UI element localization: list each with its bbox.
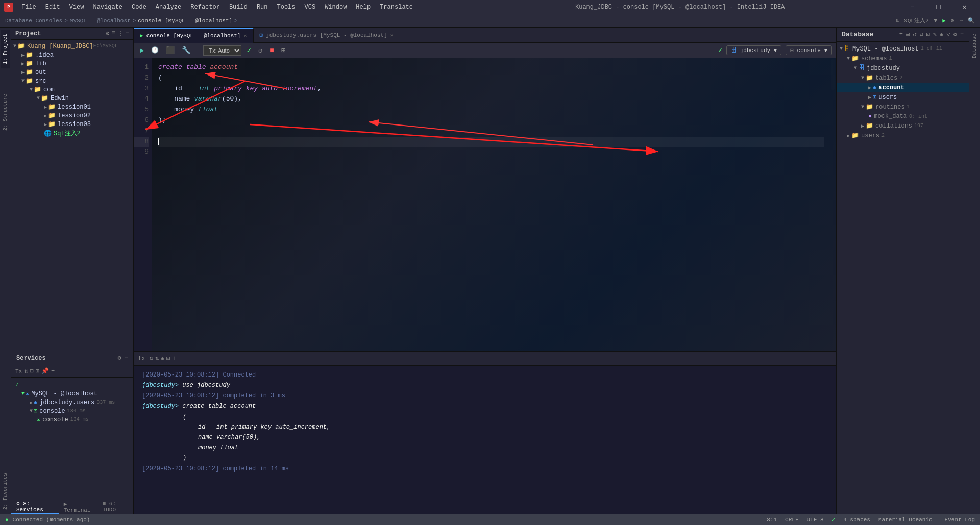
db-minimize-icon[interactable]: − (960, 31, 964, 38)
db-sync-icon[interactable]: ⇄ (919, 31, 923, 38)
svc-group-icon[interactable]: ⊞ (36, 367, 39, 375)
database-side-tab[interactable]: Database (970, 30, 979, 62)
db-item-users-toplevel[interactable]: ▶ 📁 users 2 (837, 131, 969, 140)
db-item-account[interactable]: ▶ ⊞ account (837, 83, 969, 92)
project-tab[interactable]: 1: Project (1, 30, 10, 68)
tab-users-close[interactable]: ✕ (390, 32, 394, 38)
output-content[interactable]: [2020-05-23 10:08:12] Connected jdbcstud… (134, 366, 836, 514)
table-button[interactable]: ⊞ (279, 45, 287, 56)
breadcrumb-search-icon[interactable]: 🔍 (968, 17, 975, 24)
menu-file[interactable]: File (17, 3, 40, 12)
svc-item-console-134[interactable]: ▼ ⊡ console 134 ms (11, 407, 133, 415)
breadcrumb-sync-icon[interactable]: ⇅ (895, 17, 899, 24)
tree-item-src[interactable]: ▼ 📁 src (11, 77, 133, 85)
output-grid-icon[interactable]: ⊞ (161, 355, 164, 362)
db-selector-dropdown[interactable]: ▼ (774, 47, 777, 54)
project-collapse-icon[interactable]: ≡ (112, 30, 115, 37)
db-item-server[interactable]: ▼ 🗄 MySQL - @localhost 1 of 11 (837, 44, 969, 54)
svc-pin-icon[interactable]: 📌 (41, 367, 49, 375)
tree-item-lession01[interactable]: ▶ 📁 lession01 (11, 103, 133, 111)
svc-item-console-sub[interactable]: ⊡ console 134 ms (11, 415, 133, 424)
db-table-icon[interactable]: ⊞ (940, 31, 943, 38)
tree-item-out[interactable]: ▶ 📁 out (11, 68, 133, 77)
menu-translate[interactable]: Translate (376, 3, 417, 12)
close-button[interactable]: ✕ (953, 0, 976, 14)
rollback-button[interactable]: ↺ (256, 45, 264, 56)
code-editor[interactable]: 1 2 3 4 5 6 7 8 9 create table account (… (134, 58, 836, 351)
db-item-collations[interactable]: ▶ 📁 collations 197 (837, 121, 969, 131)
run-button[interactable]: ▶ (138, 45, 146, 56)
tree-item-idea[interactable]: ▶ 📁 .idea (11, 51, 133, 59)
project-minimize-icon[interactable]: − (126, 30, 129, 37)
structure-tab[interactable]: 2: Structure (1, 90, 10, 135)
status-event-log[interactable]: Event Log (945, 517, 975, 523)
status-line-ending[interactable]: CRLF (785, 517, 798, 523)
breadcrumb-item-3[interactable]: console [MySQL - @localhost] (138, 18, 232, 24)
db-item-routines[interactable]: ▼ 📁 routines 1 (837, 102, 969, 112)
db-item-jdbcstudy[interactable]: ▼ 🗄 jdbcstudy (837, 63, 969, 73)
output-terminal-icon[interactable]: ⊡ (166, 355, 170, 362)
breadcrumb-item-2[interactable]: MySQL - @localhost (70, 18, 131, 24)
breadcrumb-run-icon[interactable]: ▶ (942, 17, 946, 24)
breadcrumb-settings-icon[interactable]: ⚙ (951, 17, 954, 24)
output-filter-icon[interactable]: ⇅ (155, 355, 159, 362)
tab-terminal[interactable]: ▶ Terminal (59, 499, 97, 514)
tab-console[interactable]: ▶ console [MySQL - @localhost] ✕ (134, 28, 254, 43)
output-sort-icon[interactable]: ⇅ (149, 355, 153, 362)
debug-button[interactable]: ⬛ (164, 45, 177, 56)
menu-navigate[interactable]: Navigate (89, 3, 127, 12)
tab-console-close[interactable]: ✕ (243, 33, 247, 39)
status-indent[interactable]: 4 spaces (843, 517, 870, 523)
favorites-tab[interactable]: 2: Favorites (1, 469, 10, 514)
tree-item-root[interactable]: ▼ 📁 Kuang [Kuang_JDBC] E:\MySQL (11, 42, 133, 51)
db-add-icon[interactable]: + (899, 31, 903, 38)
status-theme[interactable]: Material Oceanic (878, 517, 933, 523)
project-settings-icon[interactable]: ⚙ (106, 30, 109, 37)
breadcrumb-more-icon[interactable]: ⋯ (959, 17, 963, 24)
menu-window[interactable]: Window (321, 3, 351, 12)
project-sync-icon[interactable]: ⋮ (117, 30, 124, 37)
svc-item-jdbcstudy-users[interactable]: ▶ ⊞ jdbcstudy.users 337 ms (11, 398, 133, 407)
commit-button[interactable]: ✓ (244, 45, 253, 56)
tx-selector[interactable]: Tx: Auto (203, 45, 241, 56)
db-item-tables[interactable]: ▼ 📁 tables 2 (837, 73, 969, 83)
svc-sort-icon[interactable]: ⇅ (24, 367, 28, 375)
menu-edit[interactable]: Edit (41, 3, 64, 12)
console-selector[interactable]: ⊞ console ▼ (786, 45, 832, 55)
menu-tools[interactable]: Tools (273, 3, 300, 12)
stop-button[interactable]: ■ (267, 45, 276, 56)
db-refresh-icon[interactable]: ↺ (913, 31, 916, 38)
menu-analyze[interactable]: Analyze (152, 3, 185, 12)
db-item-users[interactable]: ▶ ⊞ users (837, 92, 969, 102)
services-minimize-icon[interactable]: − (125, 355, 128, 362)
db-edit-icon[interactable]: ✎ (933, 31, 937, 38)
menu-vcs[interactable]: VCS (301, 3, 320, 12)
services-settings-icon[interactable]: ⚙ (118, 354, 121, 362)
tree-item-lib[interactable]: ▶ 📁 lib (11, 59, 133, 68)
breadcrumb-dropdown-icon[interactable]: ▼ (934, 18, 938, 24)
db-funnel-icon[interactable]: ▽ (946, 31, 950, 38)
menu-build[interactable]: Build (225, 3, 252, 12)
svc-item-mysql[interactable]: ▼ ⊡ MySQL - @localhost (11, 389, 133, 398)
db-settings-icon[interactable]: ⚙ (953, 31, 957, 38)
status-encoding[interactable]: UTF-8 (807, 517, 824, 523)
db-copy-icon[interactable]: ⊞ (906, 31, 910, 38)
svc-collapse-icon[interactable]: ⊟ (30, 367, 33, 375)
code-content[interactable]: create table account ( id int primary ke… (152, 58, 830, 351)
console-selector-dropdown[interactable]: ▼ (824, 47, 827, 54)
db-selector[interactable]: 🗄 jdbcstudy ▼ (726, 45, 781, 55)
menu-help[interactable]: Help (352, 3, 375, 12)
db-item-schemas[interactable]: ▼ 📁 schemas 1 (837, 54, 969, 63)
tree-item-com[interactable]: ▼ 📁 com (11, 85, 133, 94)
tree-item-sqlinjection[interactable]: 🌐 Sql注入2 (11, 129, 133, 138)
breadcrumb-item-1[interactable]: Database Consoles (5, 18, 62, 24)
tab-services[interactable]: ⚙ 8: Services (11, 499, 59, 514)
menu-refactor[interactable]: Refactor (186, 3, 224, 12)
tab-todo[interactable]: ≡ 6: TODO (97, 499, 133, 514)
db-filter-icon[interactable]: ⊡ (926, 31, 930, 38)
tree-item-lession03[interactable]: ▶ 📁 lession03 (11, 120, 133, 129)
tab-users[interactable]: ⊞ jdbcstudy.users [MySQL - @localhost] ✕ (254, 28, 400, 43)
status-position[interactable]: 8:1 (767, 517, 777, 523)
tree-item-lession02[interactable]: ▶ 📁 lession02 (11, 111, 133, 120)
output-add-icon[interactable]: + (172, 355, 176, 362)
